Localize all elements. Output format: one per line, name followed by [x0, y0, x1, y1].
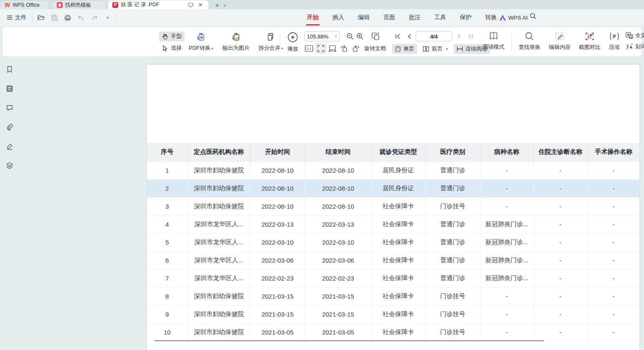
zoom-in-icon[interactable] — [355, 31, 365, 41]
last-page-icon[interactable] — [465, 31, 476, 41]
table-cell: 居民身份证 — [371, 179, 425, 197]
hand-tool-button[interactable]: 手型 — [159, 31, 185, 41]
full-translate-button[interactable]: 全文翻译 — [626, 32, 644, 39]
rotate-left-icon[interactable] — [339, 43, 349, 54]
open-file-icon[interactable] — [36, 13, 46, 23]
menu-search-icon[interactable] — [530, 13, 537, 20]
tab-list-chevron-icon[interactable]: ˅ — [221, 2, 228, 9]
undo-icon[interactable] — [76, 13, 86, 23]
table-body: 1深圳市妇幼保健院2022-08-102022-08-10居民身份证普通门诊--… — [147, 161, 639, 341]
table-cell: 深圳市龙华区人... — [188, 269, 250, 287]
fit-page-button[interactable] — [316, 43, 326, 54]
ribbon-tab[interactable]: 编辑 — [357, 10, 370, 26]
ribbon-tab[interactable]: 页面 — [383, 10, 396, 26]
read-mode-button[interactable]: 阅读模式 — [482, 31, 506, 51]
quick-access-chevron-icon[interactable]: ˅ — [103, 13, 113, 23]
previous-page-icon[interactable] — [404, 31, 415, 41]
table-cell: 社会保障卡 — [371, 251, 425, 269]
table-cell: 2022-03-06 — [305, 251, 371, 269]
table-header-cell: 开始时间 — [250, 143, 305, 161]
signature-icon[interactable] — [4, 141, 15, 152]
ribbon-tab[interactable]: 开始 — [306, 10, 319, 26]
ribbon-tab[interactable]: 插入 — [332, 10, 345, 26]
rotate-doc-label[interactable]: 旋转文档 — [364, 45, 386, 52]
zoom-out-icon[interactable] — [345, 31, 355, 41]
table-cell: - — [533, 161, 588, 179]
tab-document-pdf[interactable]: P 就 医 记 录 .PDF ✕ — [108, 0, 208, 9]
table-cell: 普通门诊 — [425, 179, 480, 197]
page-indicator-input[interactable]: 4/4 — [416, 31, 452, 41]
left-panel-bar — [0, 57, 19, 350]
split-merge-button[interactable]: 拆分合并▾ — [256, 31, 286, 53]
table-cell: 9 — [147, 305, 188, 323]
save-icon[interactable] — [49, 13, 59, 23]
pdf-convert-icon — [196, 32, 206, 42]
chevron-down-icon: ▾ — [211, 46, 213, 51]
single-page-button[interactable]: 单页 — [392, 44, 417, 54]
export-image-button[interactable]: 输出为图片 — [220, 31, 252, 53]
screenshot-compare-button[interactable]: 截图对比 — [576, 31, 603, 52]
bookmarks-icon[interactable] — [4, 64, 15, 75]
table-cell: - — [480, 161, 533, 179]
table-row: 6深圳市龙华区人...2022-03-062022-03-06社会保障卡普通门诊… — [147, 251, 639, 269]
double-page-button[interactable]: 双页 ▾ — [420, 44, 451, 54]
table-cell: 新冠肺炎门诊... — [480, 233, 533, 251]
ribbon-tab[interactable]: 转换 — [484, 10, 498, 26]
table-cell: - — [588, 215, 639, 233]
thumbnails-icon[interactable] — [4, 83, 15, 94]
table-row: 2深圳市妇幼保健院2022-08-102022-08-10居民身份证普通门诊--… — [147, 179, 639, 197]
table-row: 10深圳市妇幼保健院2021-03-052021-03-05社会保障卡门诊挂号-… — [147, 323, 639, 341]
table-cell: 3 — [147, 197, 188, 215]
actual-size-button[interactable]: 1:1 — [304, 43, 314, 54]
table-cell: 新冠肺炎门诊... — [480, 215, 533, 233]
pdf-convert-button[interactable]: PDF转换▾ — [186, 31, 216, 53]
play-button[interactable]: 播放 — [283, 31, 302, 54]
rotate-right-icon[interactable] — [351, 43, 361, 54]
redo-icon[interactable] — [89, 13, 99, 23]
print-icon[interactable] — [63, 13, 73, 23]
table-header-cell: 病种名称 — [480, 143, 533, 161]
table-cell: 2022-03-06 — [250, 251, 305, 269]
fit-width-button[interactable] — [327, 43, 337, 54]
table-cell: 社会保障卡 — [371, 197, 425, 215]
table-row: 1深圳市妇幼保健院2022-08-102022-08-10居民身份证普通门诊--… — [147, 161, 639, 179]
table-cell: - — [533, 305, 588, 323]
table-header-cell: 结束时间 — [305, 143, 371, 161]
table-cell: 2022-08-10 — [305, 197, 371, 215]
layers-icon[interactable] — [4, 160, 15, 171]
next-page-icon[interactable] — [453, 31, 464, 41]
table-cell: - — [533, 269, 588, 287]
table-row: 5深圳市龙华区人...2022-03-102022-03-10社会保障卡普通门诊… — [147, 233, 639, 251]
find-replace-label: 查找替换 — [519, 43, 540, 51]
screenshot-compare-icon — [585, 32, 595, 41]
table-cell: 2022-03-13 — [250, 215, 305, 233]
select-tool-button[interactable]: 选择 — [159, 43, 185, 53]
table-cell: 2022-08-10 — [250, 197, 305, 215]
tab-wps-office[interactable]: W WPS Office — [0, 0, 49, 9]
wps-ai-button[interactable]: WPS AI — [499, 9, 528, 26]
table-cell: - — [480, 179, 533, 197]
close-tab-icon[interactable]: ✕ — [197, 1, 204, 9]
table-cell: 普通门诊 — [425, 161, 480, 179]
monitor-icon[interactable] — [187, 1, 194, 9]
ribbon-tab[interactable]: 保护 — [459, 10, 472, 26]
find-replace-button[interactable]: 查找替换 — [516, 31, 543, 52]
attachments-icon[interactable] — [4, 122, 15, 133]
compress-button[interactable]: 压缩 — [606, 31, 622, 52]
replace-pages-icon[interactable] — [371, 31, 381, 41]
pdf-page[interactable]: 序号定点医药机构名称开始时间结束时间就诊凭证类型医疗类别病种名称住院主诊断名称手… — [147, 65, 639, 350]
tool-mode-group: 手型 选择 — [159, 31, 185, 53]
edit-content-button[interactable]: 编辑内容 — [546, 31, 573, 52]
ribbon-tab[interactable]: 批注 — [408, 10, 421, 26]
new-tab-icon[interactable]: + — [213, 2, 221, 9]
tab-docer-templates[interactable]: 找稻壳模板 — [52, 0, 106, 9]
file-menu-button[interactable]: 文件 — [4, 12, 29, 23]
comments-icon[interactable] — [4, 102, 15, 113]
word-translate-button[interactable]: 划词翻译 ▾ — [626, 43, 644, 50]
table-cell: 5 — [147, 233, 188, 251]
document-area: 序号定点医药机构名称开始时间结束时间就诊凭证类型医疗类别病种名称住院主诊断名称手… — [0, 57, 644, 350]
first-page-icon[interactable] — [392, 31, 403, 41]
ribbon-tab[interactable]: 工具 — [434, 10, 447, 26]
zoom-level-select[interactable]: 105.88% ˅ — [304, 31, 340, 41]
table-cell: - — [588, 233, 639, 251]
